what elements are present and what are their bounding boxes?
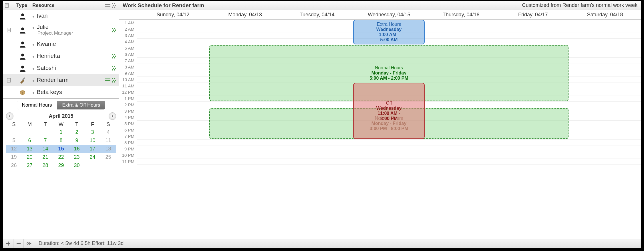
cal-day[interactable]: 29 [53, 161, 69, 170]
cal-day[interactable]: 26 [6, 161, 22, 170]
header-type[interactable]: Type [15, 3, 31, 8]
schedule-event[interactable]: OffWednesday11:00 AM -8:00 PM [353, 83, 425, 139]
hour-label: 6 AM [119, 51, 137, 58]
hour-label: 7 PM [119, 133, 137, 140]
schedule-grid[interactable]: Extra HoursWednesday1:00 AM -5:00 AMNorm… [137, 20, 641, 165]
cal-day[interactable]: 16 [69, 145, 85, 153]
svg-rect-34 [114, 66, 115, 67]
svg-rect-52 [17, 243, 21, 244]
day-header-cell[interactable]: Wednesday, 04/15 [353, 10, 425, 19]
cal-day[interactable]: 14 [37, 145, 53, 153]
header-note-col[interactable] [3, 3, 15, 8]
bars-header-icon[interactable] [105, 3, 110, 7]
svg-rect-6 [112, 3, 113, 4]
cal-day[interactable]: 10 [85, 136, 100, 145]
cal-day[interactable]: 27 [22, 161, 37, 170]
cal-day[interactable]: 7 [37, 136, 53, 145]
resource-row[interactable]: ●Ivan [3, 10, 119, 22]
cal-day[interactable]: 23 [69, 153, 85, 161]
cal-day[interactable]: 3 [85, 128, 100, 136]
cal-day[interactable]: 28 [37, 161, 53, 170]
row-icons [101, 28, 119, 32]
cal-day[interactable]: 12 [6, 145, 22, 153]
cal-day[interactable] [85, 161, 100, 170]
cal-day[interactable]: 25 [100, 153, 116, 161]
cal-day[interactable]: 21 [37, 153, 53, 161]
segment-extra-off-hours[interactable]: Extra & Off Hours [57, 101, 105, 109]
cal-prev-button[interactable] [6, 112, 13, 120]
hour-label: 5 PM [119, 121, 137, 127]
cal-day[interactable]: 30 [69, 161, 85, 170]
resource-role: Project Manager [37, 30, 99, 36]
cal-table[interactable]: SMTWTFS123456789101112131415161718192021… [6, 121, 116, 170]
header-resource[interactable]: Resource [31, 3, 101, 8]
hours-segmented: Normal Hours Extra & Off Hours [17, 101, 106, 109]
cal-day[interactable]: 9 [69, 136, 85, 145]
resource-row[interactable]: ●Beta keys [3, 86, 119, 98]
cal-dow: S [6, 121, 22, 128]
hour-label: 8 PM [119, 140, 137, 146]
cal-day[interactable]: 13 [22, 145, 37, 153]
schedule-event[interactable]: Extra HoursWednesday1:00 AM -5:00 AM [353, 20, 425, 44]
hour-label: 11 AM [119, 83, 137, 89]
cal-day[interactable]: 2 [69, 128, 85, 136]
svg-rect-43 [22, 77, 25, 80]
time-column: 1 AM2 AM3 AM4 AM5 AM6 AM7 AM8 AM9 AM10 A… [119, 10, 137, 239]
resource-row[interactable]: ●JulieProject Manager [3, 22, 119, 38]
resource-row[interactable]: ●Kwame [3, 38, 119, 50]
segment-normal-hours[interactable]: Normal Hours [17, 101, 57, 109]
cal-day[interactable]: 4 [100, 128, 116, 136]
cal-day[interactable] [100, 161, 116, 170]
type-icon [15, 53, 31, 60]
day-header-cell[interactable]: Sunday, 04/12 [137, 10, 209, 19]
cal-day[interactable] [37, 128, 53, 136]
cal-day[interactable]: 6 [22, 136, 37, 145]
day-header-cell[interactable]: Monday, 04/13 [209, 10, 281, 19]
cal-day[interactable]: 5 [6, 136, 22, 145]
cal-day[interactable] [22, 128, 37, 136]
cal-day[interactable]: 19 [6, 153, 22, 161]
cal-day[interactable]: 17 [85, 145, 100, 153]
add-button[interactable] [3, 239, 13, 248]
svg-rect-18 [112, 28, 113, 29]
name-cell: ●Henrietta [31, 53, 101, 59]
cal-day[interactable]: 15 [53, 145, 69, 153]
cal-day[interactable]: 20 [22, 153, 37, 161]
day-header-cell[interactable]: Thursday, 04/16 [425, 10, 497, 19]
svg-point-25 [21, 54, 24, 56]
day-header-cell[interactable]: Friday, 04/17 [497, 10, 569, 19]
svg-rect-9 [115, 5, 116, 6]
resource-name: Henrietta [37, 53, 60, 59]
resource-row[interactable]: ●Render farm [3, 74, 119, 86]
resource-row[interactable]: ●Satoshi [3, 62, 119, 74]
cal-day[interactable]: 8 [53, 136, 69, 145]
resource-row[interactable]: ●Henrietta [3, 50, 119, 62]
cluster-header-icon[interactable] [112, 3, 117, 8]
schedule-header: Work Schedule for Render farm Customized… [119, 1, 641, 10]
type-icon [15, 41, 31, 48]
gear-button[interactable] [24, 239, 34, 248]
cal-day[interactable]: 11 [100, 136, 116, 145]
svg-rect-36 [115, 68, 116, 69]
cal-title: April 2015 [16, 113, 106, 119]
event-time: 5:00 AM [380, 37, 398, 42]
day-header-cell[interactable]: Saturday, 04/18 [569, 10, 641, 19]
cal-next-button[interactable] [109, 112, 116, 120]
type-icon [15, 13, 31, 19]
svg-rect-38 [114, 69, 115, 70]
cal-day[interactable] [6, 128, 22, 136]
cal-dow: T [37, 121, 53, 128]
cal-day[interactable]: 18 [100, 145, 116, 153]
day-header-cell[interactable]: Tuesday, 04/14 [281, 10, 353, 19]
sidebar-lower: Normal Hours Extra & Off Hours April 201… [3, 98, 119, 171]
hour-label: 3 AM [119, 32, 137, 39]
cal-day[interactable]: 22 [53, 153, 69, 161]
row-icons [101, 78, 119, 83]
remove-button[interactable] [13, 239, 24, 248]
event-time: 8:00 PM [380, 116, 397, 121]
schedule-note: Customized from Render farm's normal wor… [522, 2, 637, 8]
event-label: Off [386, 101, 392, 106]
cal-day[interactable]: 1 [53, 128, 69, 136]
svg-rect-46 [112, 78, 113, 79]
cal-day[interactable]: 24 [85, 153, 100, 161]
